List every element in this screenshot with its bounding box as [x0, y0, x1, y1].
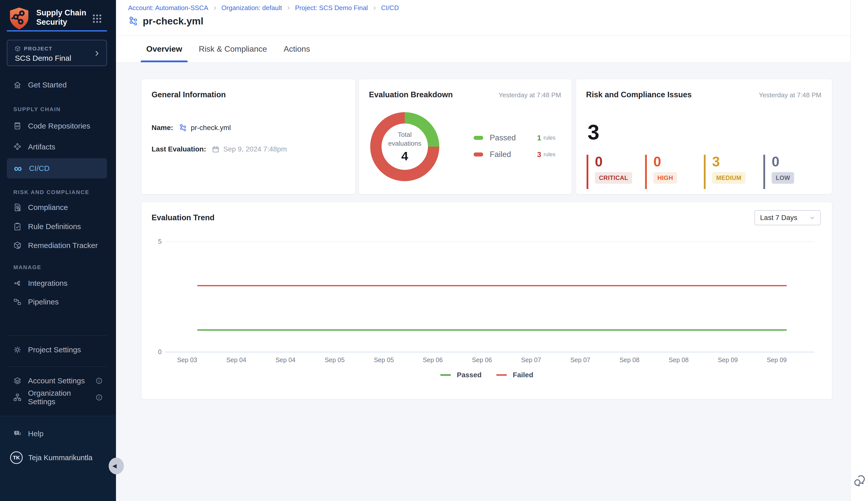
- module-grid-icon[interactable]: [92, 13, 103, 24]
- critical-count: 0: [595, 155, 632, 169]
- name-value: pr-check.yml: [191, 124, 231, 132]
- donut-center-label: Total: [398, 130, 412, 139]
- donut-center: Total evaluations 4: [381, 124, 428, 170]
- failed-unit: rules: [543, 151, 556, 158]
- critical-badge: CRITICAL: [595, 172, 632, 184]
- content-area: General Information Name: pr-check.yml L…: [116, 63, 850, 501]
- passed-swatch-icon: [473, 136, 483, 140]
- cicd-infinity-icon: ∞: [13, 164, 23, 173]
- collapse-arrow-icon: ◀: [113, 463, 117, 469]
- chevron-right-icon: [212, 6, 217, 11]
- evaluation-breakdown-card: Evaluation Breakdown Yesterday at 7:48 P…: [359, 79, 572, 194]
- tab-overview[interactable]: Overview: [144, 36, 184, 62]
- breadcrumb-cicd[interactable]: CI/CD: [381, 4, 399, 12]
- evaluations-donut-chart[interactable]: Total evaluations 4: [370, 112, 439, 181]
- x-tick: Sep 08: [660, 356, 698, 364]
- project-eyebrow-label: PROJECT: [24, 46, 52, 52]
- sidebar-item-get-started[interactable]: Get Started: [7, 75, 107, 95]
- severity-critical: 0 CRITICAL: [587, 155, 632, 189]
- sidebar-item-remediation-tracker[interactable]: Remediation Tracker: [7, 235, 107, 256]
- breadcrumb-account[interactable]: Account: Automation-SSCA: [128, 4, 208, 12]
- sidebar: Supply Chain Security PROJECT SCS Demo F…: [0, 0, 116, 501]
- pipeline-icon: [128, 16, 139, 26]
- sidebar-item-artifacts[interactable]: Artifacts: [7, 137, 107, 157]
- artifacts-icon: [13, 142, 22, 151]
- sidebar-item-label: Pipelines: [28, 298, 59, 306]
- sidebar-item-project-settings[interactable]: Project Settings: [7, 340, 107, 360]
- chat-bubbles-icon[interactable]: [853, 474, 867, 488]
- sidebar-item-label: Integrations: [28, 279, 67, 288]
- sidebar-item-label: Code Repositories: [28, 122, 90, 130]
- project-selector[interactable]: PROJECT SCS Demo Final: [7, 40, 107, 66]
- sidebar-footer: ? Help TK Teja Kummarikuntla: [0, 416, 116, 501]
- date-range-select[interactable]: Last 7 Days: [754, 210, 821, 225]
- sidebar-collapse-handle[interactable]: ◀: [109, 458, 124, 474]
- x-tick: Sep 04: [217, 356, 255, 364]
- tab-risk-compliance[interactable]: Risk & Compliance: [197, 36, 269, 62]
- y-axis-tick-0: 0: [149, 348, 161, 355]
- x-tick: Sep 03: [168, 356, 206, 364]
- general-information-card: General Information Name: pr-check.yml L…: [141, 79, 356, 194]
- sidebar-item-label: Artifacts: [28, 143, 55, 151]
- card-timestamp: Yesterday at 7:48 PM: [759, 91, 822, 99]
- x-tick: Sep 07: [512, 356, 550, 364]
- right-dock: [850, 0, 868, 501]
- breadcrumb-organization[interactable]: Organization: default: [221, 4, 282, 12]
- last-evaluation-value: Sep 9, 2024 7:48pm: [223, 145, 287, 153]
- info-icon[interactable]: [95, 377, 103, 385]
- sidebar-item-label: Remediation Tracker: [28, 241, 98, 250]
- sidebar-item-rule-definitions[interactable]: Rule Definitions: [7, 216, 107, 237]
- x-tick: Sep 06: [414, 356, 452, 364]
- sidebar-item-label: Rule Definitions: [28, 222, 81, 231]
- page-header: Account: Automation-SSCA Organization: d…: [116, 0, 850, 36]
- product-logo: Supply Chain Security: [8, 6, 92, 30]
- sidebar-item-compliance[interactable]: Compliance: [7, 197, 107, 217]
- x-tick: Sep 06: [463, 356, 501, 364]
- name-row: Name: pr-check.yml: [151, 124, 231, 132]
- tab-actions[interactable]: Actions: [282, 36, 312, 62]
- sidebar-item-pipelines[interactable]: Pipelines: [7, 292, 107, 312]
- legend-row-failed: Failed 3 rules: [473, 146, 556, 163]
- product-name: Supply Chain Security: [36, 8, 92, 27]
- project-cube-icon: [14, 45, 21, 52]
- sidebar-item-label: Organization Settings: [28, 389, 89, 406]
- home-icon: [13, 81, 22, 89]
- sidebar-item-label: Project Settings: [28, 345, 81, 354]
- help-chat-icon: ?: [13, 429, 22, 438]
- low-count: 0: [772, 155, 794, 169]
- passed-label: Passed: [490, 133, 530, 142]
- svg-text:?: ?: [15, 431, 18, 435]
- info-icon[interactable]: [95, 394, 103, 401]
- total-issues-value: 3: [588, 121, 599, 143]
- sidebar-item-help[interactable]: ? Help: [7, 424, 107, 444]
- last-evaluation-row: Last Evaluation: Sep 9, 2024 7:48pm: [151, 145, 287, 153]
- sidebar-item-cicd[interactable]: ∞ CI/CD: [7, 158, 107, 179]
- user-menu[interactable]: TK Teja Kummarikuntla: [10, 451, 93, 464]
- low-badge: LOW: [772, 172, 794, 184]
- severity-medium: 3 MEDIUM: [704, 155, 745, 189]
- avatar: TK: [10, 451, 23, 464]
- evaluation-trend-card: Evaluation Trend Last 7 Days 5 0 Sep 03 …: [141, 202, 832, 399]
- breadcrumb-project[interactable]: Project: SCS Demo Final: [295, 4, 368, 12]
- sidebar-item-integrations[interactable]: Integrations: [7, 273, 107, 294]
- pipeline-icon: [179, 124, 187, 132]
- x-tick: Sep 09: [709, 356, 747, 364]
- remediation-box-icon: [13, 241, 22, 250]
- sidebar-item-code-repositories[interactable]: Code Repositories: [7, 116, 107, 136]
- sidebar-item-label: Help: [28, 429, 44, 438]
- y-axis-tick-5: 5: [149, 238, 161, 245]
- x-tick: Sep 08: [610, 356, 648, 364]
- chevron-right-icon: [372, 6, 377, 11]
- passed-count: 1: [537, 134, 541, 142]
- last-evaluation-label: Last Evaluation:: [151, 145, 206, 153]
- pipelines-icon: [13, 297, 22, 307]
- legend-failed-label: Failed: [513, 371, 533, 379]
- sidebar-item-label: CI/CD: [29, 164, 50, 173]
- donut-total-value: 4: [401, 149, 408, 163]
- legend-passed-label: Passed: [457, 371, 482, 379]
- x-axis-line: [165, 352, 814, 352]
- sidebar-item-organization-settings[interactable]: Organization Settings: [7, 387, 107, 407]
- tab-bar: Overview Risk & Compliance Actions: [116, 36, 850, 63]
- calendar-icon: [212, 145, 220, 153]
- sidebar-divider: [7, 366, 107, 367]
